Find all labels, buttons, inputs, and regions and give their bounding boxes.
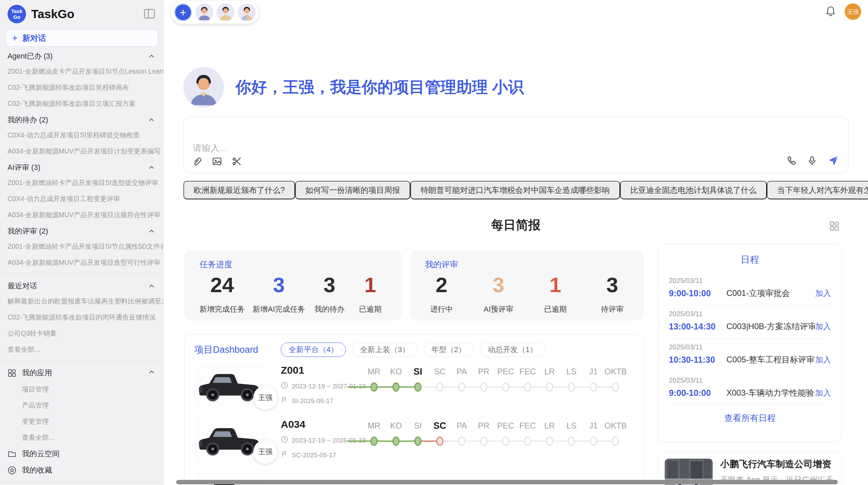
event-row: 9:00-10:00C001-立项审批会加入 <box>669 288 831 299</box>
suggestion-chip[interactable]: 比亚迪全固态电池计划具体说了什么 <box>620 181 767 199</box>
milestone-node <box>590 383 597 392</box>
sidebar-section-header-recent[interactable]: 最近对话 <box>0 278 163 293</box>
new-chat-button[interactable]: + 新对话 <box>5 29 158 47</box>
sidebar-app-item[interactable]: 变更管理 <box>0 413 163 430</box>
scissors-icon <box>232 156 242 167</box>
attach-button[interactable] <box>192 156 202 167</box>
agent-avatar-2[interactable] <box>217 3 234 21</box>
notifications-button[interactable] <box>825 6 836 18</box>
milestone-node <box>414 437 422 446</box>
milestone: OKTB <box>604 366 626 409</box>
screenshot-button[interactable] <box>232 156 242 167</box>
sidebar-task-item[interactable]: Z001-全新燃油轻卡产品开发项目SI节点属性5D文件评审 <box>0 238 163 254</box>
section-title: 我的评审 (2) <box>8 226 48 236</box>
sidebar-app-item[interactable]: 项目管理 <box>0 381 163 397</box>
sidebar-task-item[interactable]: C02-飞腾新能源轻客改款项目里程碑画布 <box>0 79 163 96</box>
suggestion-chip[interactable]: 如何写一份清晰的项目周报 <box>295 181 410 199</box>
sidebar-recent-chat-item[interactable]: C02-飞腾新能源轻客改款项目的闭环通告反馈情况 <box>0 309 163 325</box>
sidebar-task-item[interactable]: A034-全新新能源MUV产品开发项目计划变更表编写 <box>0 143 163 159</box>
milestone-node <box>524 437 531 446</box>
sidebar-recent-chat-item[interactable]: 公司Q3轻卡销量 <box>0 325 163 341</box>
milestone-label: KO <box>385 366 407 377</box>
milestone-node <box>371 383 378 392</box>
sidebar-task-item[interactable]: C0X4-动力总成开发项目工程变更评审 <box>0 191 163 207</box>
sidebar-collapse-button[interactable] <box>143 8 156 20</box>
sidebar-recent-chat-item[interactable]: 解释最新出台的欧盟报废车法规再生塑料比例被调至15%... <box>0 293 163 309</box>
stat-columns: 2进行中3AI预评审1已逾期3待评审 <box>425 273 629 314</box>
voice-call-button[interactable] <box>786 156 797 167</box>
dashboard-filter-tab[interactable]: 全新上装（3） <box>352 343 417 357</box>
join-meeting-button[interactable]: 加入 <box>815 321 831 332</box>
briefing-cards: 任务进度24新增完成任务3新增AI完成任务3我的待办1已逾期我的评审2进行中3A… <box>184 250 644 321</box>
suggestion-chip[interactable]: 欧洲新规最近颁布了什么? <box>183 181 295 199</box>
sidebar-task-item[interactable]: C0X4-动力总成开发项目SI里程碑提交物检查 <box>0 127 163 143</box>
sidebar-section-header-0[interactable]: Agent已办 (3) <box>0 48 163 63</box>
panel-collapse-icon <box>144 14 155 20</box>
milestone-node <box>524 383 531 392</box>
project-row[interactable]: 王强A0342023-12-19 ~ 2026-01-19SC-2025-05-… <box>194 417 634 463</box>
sidebar-recent-chat-item[interactable]: 查看全部... <box>0 341 163 358</box>
stat-label: 新增完成任务 <box>200 304 245 314</box>
sidebar-task-item[interactable]: A034-全新新能源MUV产品开发项目法规符合性评审 <box>0 207 163 223</box>
stat-value: 3 <box>596 273 629 297</box>
join-meeting-button[interactable]: 加入 <box>815 388 831 398</box>
suggestion-chip[interactable]: 当下年轻人对汽车外观有怎样的喜好趋势 <box>767 181 868 199</box>
phone-icon <box>786 156 797 167</box>
view-all-schedule-link[interactable]: 查看所有日程 <box>724 412 776 424</box>
dashboard-filter-tab[interactable]: 动总开发（1） <box>480 343 545 357</box>
flag-icon <box>281 396 288 406</box>
milestone-node <box>480 383 487 392</box>
suggestion-chip[interactable]: 特朗普可能对进口汽车增税会对中国车企造成哪些影响 <box>410 181 620 199</box>
image-upload-button[interactable] <box>212 156 222 167</box>
milestone-label: J1 <box>582 420 604 432</box>
milestone-node <box>568 383 575 392</box>
bell-icon <box>825 6 836 18</box>
app-window: Task Go TaskGo + 新对话 Agent已办 (3)Z001-全新燃… <box>0 0 868 485</box>
sidebar-task-item[interactable]: A034-全新新能源MUV产品开发项目造型可行性评审 <box>0 254 163 271</box>
chevron-up-icon <box>147 52 156 60</box>
stat-columns: 24新增完成任务3新增AI完成任务3我的待办1已逾期 <box>200 273 387 314</box>
sidebar-task-item[interactable]: Z001-全新燃油皮卡产品开发项目SI节点Lesson Learn报告 <box>0 63 163 79</box>
briefing-layout-button[interactable] <box>829 221 840 232</box>
add-agent-button[interactable]: + <box>174 3 192 21</box>
milestone: OKTB <box>604 420 626 463</box>
sidebar-content: Agent已办 (3)Z001-全新燃油皮卡产品开发项目SI节点Lesson L… <box>0 48 163 485</box>
project-thumbnail: 王强 <box>194 363 265 409</box>
stat: 24新增完成任务 <box>200 273 245 314</box>
milestone-label: SI <box>407 366 429 377</box>
voice-input-button[interactable] <box>807 156 817 167</box>
agent-avatar-3[interactable] <box>238 3 256 21</box>
sidebar-my-apps-header[interactable]: 我的应用 <box>0 365 163 381</box>
user-avatar[interactable]: 王强 <box>845 3 861 20</box>
join-meeting-button[interactable]: 加入 <box>815 355 831 365</box>
sidebar-section-header-2[interactable]: AI评审 (3) <box>0 159 163 175</box>
project-row[interactable]: 王强Z0012023-12-19 ~ 2027-01-19SI-2025-05-… <box>194 363 634 409</box>
agent-avatar-1[interactable] <box>195 3 213 21</box>
milestone-node <box>502 383 509 392</box>
send-button[interactable] <box>828 155 839 167</box>
dashboard-filter-tab[interactable]: 年型（2） <box>424 343 474 357</box>
stat-label: 我的待办 <box>313 304 346 314</box>
stat-label: 新增AI完成任务 <box>253 304 305 314</box>
milestone-node <box>371 437 378 446</box>
composer-right-icons <box>786 155 839 167</box>
join-meeting-button[interactable]: 加入 <box>815 288 831 299</box>
sidebar-task-item[interactable]: C02-飞腾新能源轻客改款项目立项汇报方案 <box>0 96 163 112</box>
stat-value: 3 <box>253 273 305 297</box>
stat-label: 已逾期 <box>539 304 572 314</box>
sidebar-app-item[interactable]: 查看全部... <box>0 430 163 446</box>
composer[interactable]: 请输入... <box>183 116 848 173</box>
sidebar-app-item[interactable]: 产品管理 <box>0 397 163 413</box>
section-title: Agent已办 (3) <box>8 51 52 61</box>
horizontal-scrollbar[interactable] <box>176 480 838 484</box>
assistant-avatar <box>183 67 224 108</box>
image-icon <box>212 156 222 167</box>
sidebar-section-header-3[interactable]: 我的评审 (2) <box>0 223 163 238</box>
sidebar-item-star[interactable]: 我的收藏 <box>0 462 163 478</box>
sidebar-item-folder[interactable]: 我的云空间 <box>0 446 163 462</box>
clock-icon <box>281 382 288 391</box>
event-time: 9:00-10:00 <box>669 288 726 298</box>
dashboard-filter-tab[interactable]: 全新平台（4） <box>281 343 346 357</box>
sidebar-task-item[interactable]: Z001-全新燃油轻卡产品开发项目SI造型提交物评审 <box>0 175 163 191</box>
sidebar-section-header-1[interactable]: 我的待办 (2) <box>0 112 163 127</box>
